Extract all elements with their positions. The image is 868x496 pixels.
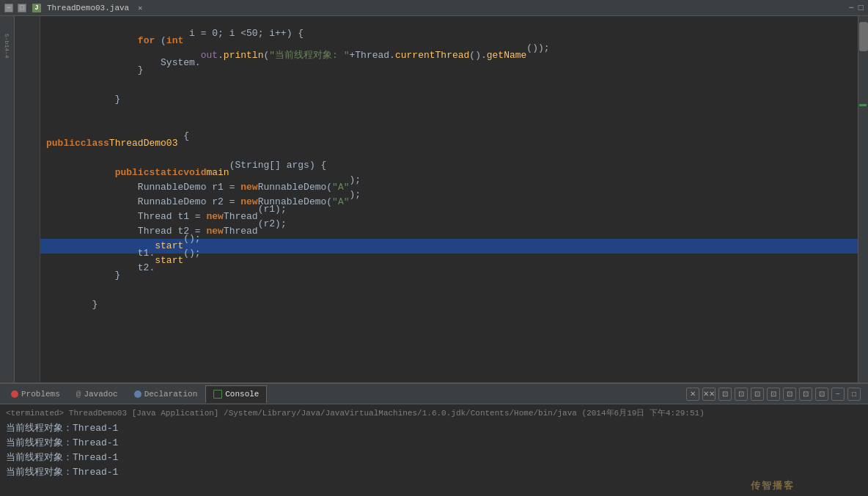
code-line: Thread t1 = new Thread(r1); (40, 210, 858, 224)
console-header: <terminated> ThreadDemo03 [Java Applicat… (6, 407, 862, 418)
tab-console-label: Console (225, 390, 259, 399)
maximize-window-btn[interactable]: □ (858, 3, 864, 13)
line-num (15, 34, 40, 48)
tab-problems-label: Problems (21, 390, 60, 399)
line-num (15, 268, 40, 283)
code-line (40, 19, 858, 34)
scrollbar-thumb[interactable] (859, 22, 868, 51)
remove-all-btn[interactable]: ✕✕ (702, 388, 716, 401)
eclipse-window: − □ J ThreadDemo03.java ✕ − □ 5-b14-4 (0, 0, 868, 496)
code-line: RunnableDemo r2 = new RunnableDemo("A"); (40, 195, 858, 210)
editor-main: 5-b14-4 (0, 16, 868, 382)
line-num (15, 210, 40, 224)
terminate-btn[interactable]: ✕ (686, 388, 699, 401)
line-numbers (15, 16, 40, 382)
window-title: ThreadDemo03.java (47, 4, 129, 12)
line-num (15, 151, 40, 166)
line-num (15, 239, 40, 253)
left-strip: 5-b14-4 (0, 16, 15, 382)
console-line-4: 当前线程对象：Thread-1 (6, 465, 862, 480)
console-btn2[interactable]: ⊡ (735, 388, 748, 401)
editor-scrollbar[interactable] (858, 16, 868, 382)
code-line: } (40, 92, 858, 107)
code-line (40, 122, 858, 136)
code-line: System.out.println("当前线程对象: "+Thread.cur… (40, 48, 858, 63)
code-line (40, 151, 858, 166)
code-line: t2.start(); (40, 253, 858, 268)
window-action-buttons: − □ (849, 3, 864, 13)
console-line-1: 当前线程对象：Thread-1 (6, 421, 862, 436)
minimize-window-btn[interactable]: − (849, 3, 854, 13)
line-num (15, 122, 40, 136)
tab-close-x[interactable]: ✕ (138, 4, 142, 12)
declaration-icon (134, 390, 141, 398)
line-num (15, 48, 40, 63)
console-toolbar: ✕ ✕✕ ⊡ ⊡ ⊡ ⊡ ⊡ ⊡ ⊡ − □ (686, 388, 865, 401)
console-output: <terminated> ThreadDemo03 [Java Applicat… (0, 404, 868, 496)
line-num (15, 297, 40, 312)
code-line: − public static void main(String[] args)… (40, 166, 858, 180)
tab-console[interactable]: Console (205, 385, 267, 403)
line-num (15, 283, 40, 297)
line-num (15, 136, 40, 151)
top-bar: − □ J ThreadDemo03.java ✕ − □ (0, 0, 868, 16)
console-btn4[interactable]: ⊡ (767, 388, 780, 401)
console-btn6[interactable]: ⊡ (799, 388, 812, 401)
line-num (15, 63, 40, 78)
line-num (15, 78, 40, 92)
tab-declaration-label: Declaration (144, 390, 198, 399)
restore-btn[interactable]: □ (18, 4, 26, 12)
console-icon (213, 390, 222, 399)
line-num (15, 224, 40, 239)
tab-problems[interactable]: Problems (3, 385, 68, 403)
line-num (15, 253, 40, 268)
line-num (15, 166, 40, 180)
tab-javadoc[interactable]: @ Javadoc (68, 385, 126, 403)
code-line: RunnableDemo r1 = new RunnableDemo("A"); (40, 180, 858, 195)
bottom-panel: Problems @ Javadoc Declaration Console ✕… (0, 382, 868, 496)
code-editor[interactable]: for (int i = 0; i <50; i++) { System.out… (40, 16, 858, 382)
bottom-tab-bar: Problems @ Javadoc Declaration Console ✕… (0, 384, 868, 404)
code-line-highlighted: t1.start(); (40, 239, 858, 253)
line-num (15, 107, 40, 122)
tab-javadoc-label: Javadoc (84, 390, 117, 399)
problems-icon (11, 390, 18, 398)
line-num (15, 195, 40, 210)
minimize-btn[interactable]: − (4, 4, 13, 12)
line-num (15, 19, 40, 34)
left-strip-label: 5-b14-4 (4, 34, 10, 59)
code-line: public class ThreadDemo03 { (40, 136, 858, 151)
code-line (40, 78, 858, 92)
console-btn7[interactable]: ⊡ (815, 388, 828, 401)
line-num (15, 92, 40, 107)
console-btn3[interactable]: ⊡ (751, 388, 764, 401)
tab-declaration[interactable]: Declaration (126, 385, 206, 403)
console-btn1[interactable]: ⊡ (718, 388, 732, 401)
code-line (40, 107, 858, 122)
console-line-3: 当前线程对象：Thread-1 (6, 451, 862, 465)
scrollbar-marker (859, 104, 867, 106)
code-line: } (40, 268, 858, 283)
code-line: Thread t2 = new Thread(r2); (40, 224, 858, 239)
code-line: } (40, 297, 858, 312)
line-num (15, 180, 40, 195)
console-line-2: 当前线程对象：Thread-1 (6, 436, 862, 451)
console-btn5[interactable]: ⊡ (783, 388, 796, 401)
javadoc-at: @ (76, 390, 81, 399)
window-controls[interactable]: − □ (4, 4, 26, 12)
file-icon: J (32, 4, 41, 12)
console-maximize[interactable]: □ (847, 388, 861, 401)
code-line (40, 283, 858, 297)
console-minimize[interactable]: − (831, 388, 845, 401)
